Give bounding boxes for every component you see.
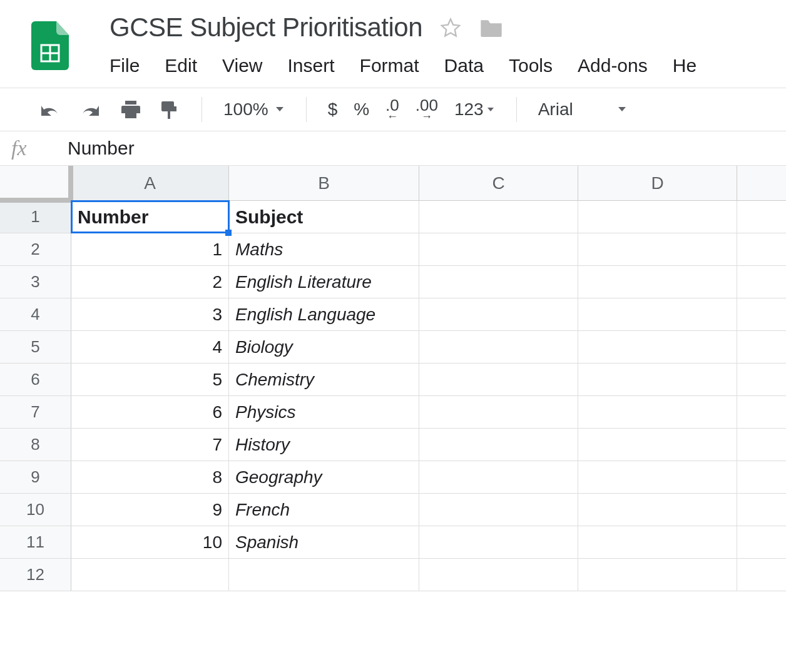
paint-format-icon[interactable] <box>159 99 180 120</box>
cell-c10[interactable] <box>419 494 578 526</box>
cell-a8[interactable]: 7 <box>71 429 229 461</box>
cell-c4[interactable] <box>419 298 578 330</box>
cell-b10[interactable]: French <box>229 494 419 526</box>
cell-a2[interactable]: 1 <box>71 233 229 265</box>
cell-d7[interactable] <box>578 396 737 428</box>
column-header-a[interactable]: A <box>71 166 229 200</box>
cell-b4[interactable]: English Language <box>229 298 419 330</box>
row-header[interactable]: 11 <box>0 526 71 558</box>
menu-addons[interactable]: Add-ons <box>578 55 648 76</box>
cell-c1[interactable] <box>419 201 578 233</box>
cell-b1[interactable]: Subject <box>229 201 419 233</box>
currency-button[interactable]: $ <box>328 99 338 120</box>
formula-input[interactable]: Number <box>68 138 135 159</box>
cell-c7[interactable] <box>419 396 578 428</box>
cell-c6[interactable] <box>419 364 578 395</box>
row: 10 9 French <box>0 494 786 526</box>
cell-c12[interactable] <box>419 559 578 591</box>
spreadsheet-grid[interactable]: A B C D 1 Number Subject 2 1 Maths 3 2 E… <box>0 166 786 591</box>
cell-a10[interactable]: 9 <box>71 494 229 526</box>
cell-a4[interactable]: 3 <box>71 298 229 330</box>
toolbar-separator <box>516 97 517 122</box>
row-header[interactable]: 9 <box>0 461 71 493</box>
row-header[interactable]: 7 <box>0 396 71 428</box>
cell-b9[interactable]: Geography <box>229 461 419 493</box>
cell-a3[interactable]: 2 <box>71 266 229 298</box>
menu-data[interactable]: Data <box>444 55 484 76</box>
cell-d11[interactable] <box>578 526 737 558</box>
cell-a1[interactable]: Number <box>71 201 229 233</box>
row-header[interactable]: 6 <box>0 364 71 395</box>
row-header[interactable]: 5 <box>0 331 71 363</box>
title-area: GCSE Subject Prioritisation File Edit Vi… <box>110 13 786 76</box>
row: 5 4 Biology <box>0 331 786 364</box>
star-icon[interactable] <box>440 17 461 38</box>
redo-icon[interactable] <box>79 101 103 118</box>
cell-d4[interactable] <box>578 298 737 330</box>
column-header-d[interactable]: D <box>578 166 737 200</box>
font-select[interactable]: Arial <box>538 99 627 120</box>
document-title[interactable]: GCSE Subject Prioritisation <box>110 13 422 43</box>
cell-d5[interactable] <box>578 331 737 363</box>
cell-c3[interactable] <box>419 266 578 298</box>
zoom-select[interactable]: 100% <box>223 99 285 120</box>
row-header[interactable]: 1 <box>0 201 71 233</box>
cell-c2[interactable] <box>419 233 578 265</box>
cell-a9[interactable]: 8 <box>71 461 229 493</box>
cell-d9[interactable] <box>578 461 737 493</box>
row: 2 1 Maths <box>0 233 786 266</box>
cell-b6[interactable]: Chemistry <box>229 364 419 395</box>
folder-icon[interactable] <box>479 17 504 38</box>
undo-icon[interactable] <box>38 101 61 118</box>
print-icon[interactable] <box>120 99 141 120</box>
row-header[interactable]: 3 <box>0 266 71 298</box>
cell-c8[interactable] <box>419 429 578 461</box>
cell-b8[interactable]: History <box>229 429 419 461</box>
cell-a7[interactable]: 6 <box>71 396 229 428</box>
number-format-group: $ % .0 ← .00 → 123 <box>328 97 495 122</box>
cell-c5[interactable] <box>419 331 578 363</box>
cell-c9[interactable] <box>419 461 578 493</box>
row-header[interactable]: 2 <box>0 233 71 265</box>
menu-file[interactable]: File <box>110 55 140 76</box>
cell-d1[interactable] <box>578 201 737 233</box>
cell-d10[interactable] <box>578 494 737 526</box>
menu-tools[interactable]: Tools <box>509 55 553 76</box>
cell-d3[interactable] <box>578 266 737 298</box>
menu-edit[interactable]: Edit <box>165 55 197 76</box>
column-header-b[interactable]: B <box>229 166 419 200</box>
cell-b2[interactable]: Maths <box>229 233 419 265</box>
cell-a5[interactable]: 4 <box>71 331 229 363</box>
menu-view[interactable]: View <box>222 55 262 76</box>
font-name: Arial <box>538 99 573 120</box>
menu-format[interactable]: Format <box>360 55 419 76</box>
title-row: GCSE Subject Prioritisation <box>110 13 786 43</box>
select-all-corner[interactable] <box>0 166 71 200</box>
cell-b11[interactable]: Spanish <box>229 526 419 558</box>
row-header[interactable]: 12 <box>0 559 71 591</box>
decrease-decimal-button[interactable]: .0 ← <box>385 97 399 122</box>
menu-help[interactable]: He <box>673 55 697 76</box>
cell-a11[interactable]: 10 <box>71 526 229 558</box>
cell-d2[interactable] <box>578 233 737 265</box>
cell-d12[interactable] <box>578 559 737 591</box>
cell-b12[interactable] <box>229 559 419 591</box>
cell-a12[interactable] <box>71 559 229 591</box>
cell-d8[interactable] <box>578 429 737 461</box>
row-header[interactable]: 4 <box>0 298 71 330</box>
percent-button[interactable]: % <box>354 99 369 120</box>
more-formats-button[interactable]: 123 <box>454 99 495 120</box>
formula-bar: fx Number <box>0 131 786 166</box>
column-header-c[interactable]: C <box>419 166 578 200</box>
cell-c11[interactable] <box>419 526 578 558</box>
cell-a6[interactable]: 5 <box>71 364 229 395</box>
menu-insert[interactable]: Insert <box>288 55 335 76</box>
zoom-value: 100% <box>223 99 268 120</box>
cell-b7[interactable]: Physics <box>229 396 419 428</box>
cell-b3[interactable]: English Literature <box>229 266 419 298</box>
row-header[interactable]: 8 <box>0 429 71 461</box>
row-header[interactable]: 10 <box>0 494 71 526</box>
increase-decimal-button[interactable]: .00 → <box>416 97 438 122</box>
cell-d6[interactable] <box>578 364 737 395</box>
cell-b5[interactable]: Biology <box>229 331 419 363</box>
